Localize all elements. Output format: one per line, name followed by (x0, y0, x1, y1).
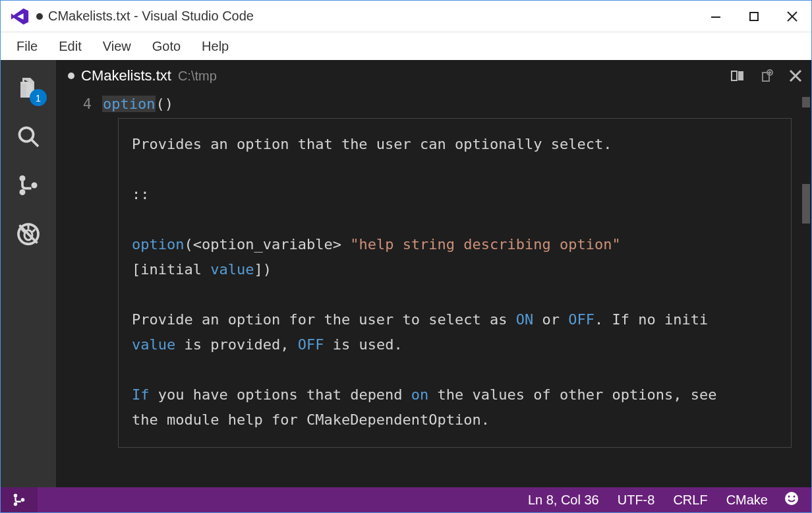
menu-goto[interactable]: Goto (142, 35, 191, 58)
code-line[interactable]: option() (102, 96, 811, 112)
activitybar-explorer[interactable]: 1 (14, 73, 43, 102)
window-title: CMakelists.txt - Visual Studio Code (48, 9, 254, 24)
activitybar: 1 (1, 60, 56, 487)
menu-help[interactable]: Help (191, 35, 239, 58)
svg-point-23 (14, 494, 18, 498)
minimap-marker (802, 97, 810, 107)
svg-line-5 (32, 140, 39, 147)
statusbar-feedback-button[interactable] (777, 491, 811, 510)
tooltip-line: the module help for CMakeDependentOption… (132, 407, 778, 433)
split-editor-button[interactable] (724, 63, 751, 89)
maximize-button[interactable] (735, 1, 773, 32)
svg-point-28 (794, 495, 796, 497)
titlebar: CMakelists.txt - Visual Studio Code (1, 1, 811, 32)
close-button[interactable] (773, 1, 811, 32)
tab-name[interactable]: CMakelists.txt (81, 67, 171, 84)
svg-rect-1 (750, 13, 758, 20)
tooltip-line: Provide an option for the user to select… (132, 307, 778, 332)
code-content[interactable]: option() Provides an option that the use… (102, 92, 811, 487)
hover-tooltip: Provides an option that the user can opt… (118, 118, 792, 448)
tooltip-signature: [initial value]) (132, 257, 778, 282)
minimap-marker (802, 184, 810, 224)
statusbar-encoding[interactable]: UTF-8 (608, 493, 664, 508)
tab-row: CMakelists.txt C:\tmp (56, 60, 811, 92)
menubar: File Edit View Goto Help (1, 32, 811, 60)
tooltip-line: Provides an option that the user can opt… (132, 132, 778, 157)
tab-dirty-icon (68, 73, 74, 79)
minimize-button[interactable] (697, 1, 735, 32)
code-function: option (102, 96, 156, 112)
svg-line-13 (32, 229, 36, 233)
workspace: 1 CMakelists.txt C:\tmp (1, 60, 811, 487)
tab-path: C:\tmp (178, 69, 217, 84)
statusbar-position[interactable]: Ln 8, Col 36 (519, 493, 608, 508)
statusbar-scm-button[interactable] (1, 487, 38, 512)
menu-view[interactable]: View (92, 35, 142, 58)
activitybar-debug[interactable] (14, 220, 43, 249)
tooltip-line: value is provided, OFF is used. (132, 332, 778, 357)
line-number: 4 (56, 96, 92, 112)
explorer-badge: 1 (30, 89, 47, 106)
svg-point-7 (20, 189, 26, 195)
activitybar-scm[interactable] (14, 171, 43, 200)
svg-point-6 (20, 175, 26, 181)
svg-rect-15 (732, 71, 737, 80)
vscode-logo-icon (10, 7, 30, 26)
statusbar-language[interactable]: CMake (717, 493, 777, 508)
svg-point-26 (785, 492, 798, 505)
activitybar-search[interactable] (14, 122, 43, 151)
svg-point-25 (21, 498, 25, 502)
open-changes-button[interactable] (753, 63, 780, 89)
tooltip-line: :: (132, 182, 778, 207)
close-editor-button[interactable] (782, 63, 809, 89)
gutter: 4 (56, 92, 102, 487)
editor-body[interactable]: 4 option() Provides an option that the u… (56, 92, 811, 487)
minimap[interactable] (794, 92, 811, 487)
statusbar-eol[interactable]: CRLF (664, 493, 716, 508)
svg-point-27 (788, 495, 790, 497)
menu-edit[interactable]: Edit (48, 35, 92, 58)
dirty-indicator-icon (36, 13, 43, 20)
menu-file[interactable]: File (6, 35, 48, 58)
tooltip-line: If you have options that depend on the v… (132, 382, 778, 407)
svg-rect-16 (738, 71, 743, 80)
editor-area: CMakelists.txt C:\tmp 4 option() Provide… (56, 60, 811, 487)
svg-point-8 (32, 183, 38, 189)
svg-point-24 (14, 502, 18, 506)
tooltip-signature: option(<option_variable> "help string de… (132, 232, 778, 257)
statusbar: Ln 8, Col 36 UTF-8 CRLF CMake (1, 487, 811, 512)
code-parens: () (156, 96, 173, 112)
svg-point-4 (20, 128, 34, 142)
